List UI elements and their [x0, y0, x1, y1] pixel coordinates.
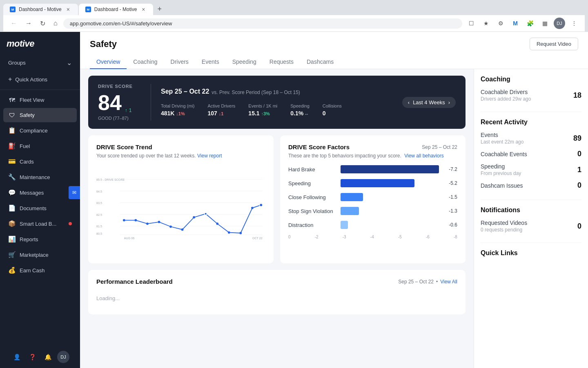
motive-ext-icon[interactable]: M: [510, 18, 521, 29]
stat-collisions: Collisions 0: [323, 103, 342, 117]
factor-hard-brake-score: -7.2: [449, 166, 457, 172]
view-all-behaviors-link[interactable]: View all behaviors: [404, 153, 444, 159]
factor-distraction-label: Distraction: [288, 222, 337, 228]
sidebar-item-fleet-view[interactable]: 🗺 Fleet View: [3, 93, 77, 107]
tab-close-1[interactable]: ×: [65, 6, 71, 13]
factor-speeding-score: -5.2: [449, 180, 457, 186]
requested-videos-info: Requested Videos 0 requests pending: [481, 220, 527, 233]
factor-distraction: Distraction -0.6: [288, 221, 457, 229]
trend-chart-svg: 85.5 - DRIVE SCORE 84.5 83.5 82.5 81.5 8…: [96, 164, 265, 254]
next-period-icon: ›: [448, 99, 450, 105]
coachable-events-label: Coachable Events: [481, 151, 527, 157]
stat-total-driving: Total Driving (mi) 481K ↓1%: [161, 103, 195, 117]
maintenance-icon: 🔧: [8, 173, 16, 181]
sidebar-item-earn-cash[interactable]: 💰 Earn Cash: [3, 263, 77, 278]
address-bar-input[interactable]: [63, 18, 462, 29]
sidebar-quick-actions[interactable]: + Quick Actions: [3, 72, 77, 86]
sidebar-item-fuel[interactable]: ⛽ Fuel: [3, 139, 77, 153]
dashcam-issues-info: Dashcam Issues: [481, 182, 523, 189]
drive-score-quality: GOOD (77–87): [98, 116, 141, 121]
quick-links-section: Quick Links: [481, 249, 581, 257]
sidebar-item-safety[interactable]: 🛡 Safety: [3, 108, 77, 122]
request-video-button[interactable]: Request Video: [530, 38, 578, 50]
extensions-icon[interactable]: ☐: [466, 18, 477, 29]
leaderboard-meta: Sep 25 – Oct 22 • View All: [398, 279, 457, 285]
sidebar-item-documents[interactable]: 📄 Documents: [3, 201, 77, 215]
sidebar-help-icon[interactable]: ❓: [26, 351, 38, 363]
new-tab-button[interactable]: +: [154, 3, 165, 15]
forward-button[interactable]: →: [23, 19, 34, 28]
score-period: Sep 25 – Oct 22: [161, 88, 209, 95]
tab-events[interactable]: Events: [195, 55, 226, 69]
svg-point-17: [181, 229, 184, 231]
smart-load-label: Smart Load B...: [20, 221, 56, 227]
factor-close-following-label: Close Following: [288, 194, 337, 200]
menu-icon[interactable]: ⋮: [568, 18, 580, 29]
tab-speeding[interactable]: Speeding: [226, 55, 263, 69]
coachable-events-value: 0: [577, 150, 581, 158]
svg-point-22: [239, 232, 242, 234]
profile-avatar[interactable]: DJ: [554, 18, 565, 29]
requested-videos-sub: 0 requests pending: [481, 227, 527, 233]
sidebar-people-icon[interactable]: 👤: [11, 351, 23, 363]
notifications-section: Notifications Requested Videos 0 request…: [481, 206, 581, 233]
factors-subtitle-container: These are the top 5 behaviors impacting …: [288, 153, 457, 159]
recent-activity-title: Recent Activity: [481, 119, 581, 126]
svg-point-19: [205, 213, 207, 215]
leaderboard-view-all-link[interactable]: View All: [440, 279, 457, 285]
sidebar-groups-selector[interactable]: Groups ⌄: [3, 56, 77, 70]
stat-active-drivers: Active Drivers 107 ↓1: [208, 103, 236, 117]
back-button[interactable]: ←: [8, 19, 20, 28]
svg-text:80.5: 80.5: [96, 232, 102, 236]
svg-point-23: [251, 207, 254, 209]
drive-score-label: DRIVE SCORE: [98, 84, 141, 89]
sidebar-item-maintenance[interactable]: 🔧 Maintenance: [3, 170, 77, 184]
reload-button[interactable]: ↻: [38, 19, 48, 28]
events-sub: Last event 22m ago: [481, 139, 523, 145]
leaderboard-header: Performance Leaderboard Sep 25 – Oct 22 …: [96, 278, 457, 285]
floating-messages-icon[interactable]: ✉: [69, 186, 80, 199]
page-title: Safety: [90, 39, 117, 49]
speeding-activity-label: Speeding: [481, 163, 521, 170]
svg-point-18: [193, 216, 195, 219]
tab-requests[interactable]: Requests: [263, 55, 300, 69]
tab-overview[interactable]: Overview: [90, 55, 127, 69]
period-selector[interactable]: ‹ Last 4 Weeks ›: [402, 97, 456, 108]
events-row: Events Last event 22m ago 89: [481, 132, 581, 145]
settings-icon[interactable]: ⚙: [495, 18, 506, 29]
notifications-title: Notifications: [481, 206, 581, 214]
browser-tab-1[interactable]: M Dashboard - Motive ×: [3, 4, 78, 15]
tab-coaching[interactable]: Coaching: [127, 55, 164, 69]
svg-text:83.5: 83.5: [96, 202, 102, 205]
smart-load-notification-dot: [69, 222, 72, 225]
home-button[interactable]: ⌂: [51, 19, 60, 28]
sidebar-item-cards[interactable]: 💳 Cards: [3, 154, 77, 169]
factor-close-following-bar-container: [341, 193, 443, 201]
tab-drivers[interactable]: Drivers: [164, 55, 195, 69]
factors-date: Sep 25 – Oct 22: [422, 144, 457, 150]
puzzle-icon[interactable]: 🧩: [524, 18, 536, 29]
reports-icon: 📊: [8, 236, 16, 243]
sidebar-divider-2: [481, 200, 581, 200]
sidebar-item-smart-load[interactable]: 📦 Smart Load B...: [3, 216, 77, 231]
tab-dashcams[interactable]: Dashcams: [300, 55, 340, 69]
sidebar-item-reports[interactable]: 📊 Reports: [3, 232, 77, 247]
browser-tab-2[interactable]: M Dashboard - Motive ×: [79, 4, 154, 15]
smart-load-icon: 📦: [8, 220, 16, 227]
sidebar-user-avatar[interactable]: DJ: [57, 351, 69, 363]
bookmark-icon[interactable]: ★: [480, 18, 492, 29]
requested-videos-value: 0: [577, 222, 581, 231]
view-report-link[interactable]: View report: [197, 153, 222, 159]
factor-speeding: Speeding -5.2: [288, 179, 457, 187]
split-icon[interactable]: ▦: [539, 18, 550, 29]
sidebar-item-messages[interactable]: 💬 Messages ✉: [3, 185, 77, 200]
sidebar-bell-icon[interactable]: 🔔: [42, 351, 54, 363]
coaching-section: Coaching Coachable Drivers Drivers added…: [481, 76, 581, 102]
sidebar-item-marketplace[interactable]: 🛒 Marketplace: [3, 247, 77, 262]
tab-close-2[interactable]: ×: [140, 6, 147, 13]
main-content: Safety Request Video Overview Coaching D…: [80, 32, 588, 368]
safety-icon: 🛡: [8, 112, 16, 119]
sidebar-item-compliance[interactable]: 📋 Compliance: [3, 123, 77, 138]
factor-hard-brake-bar-container: [341, 165, 443, 173]
cards-label: Cards: [20, 159, 34, 165]
